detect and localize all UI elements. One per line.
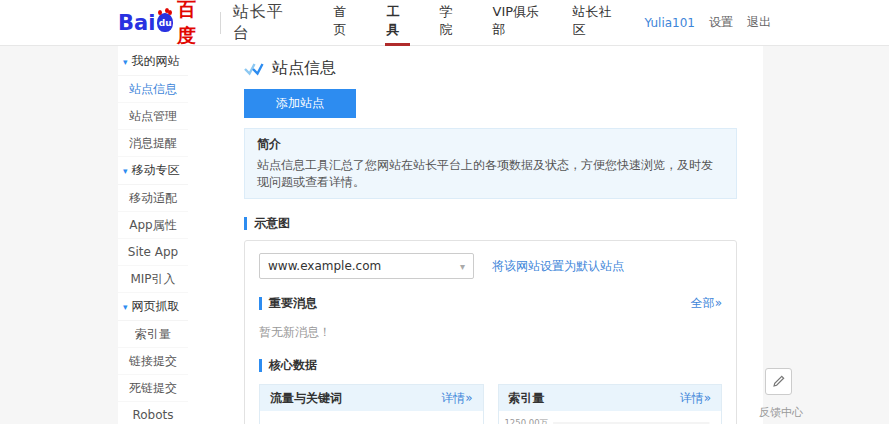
- site-select[interactable]: www.example.com ▾: [259, 253, 474, 279]
- pencil-icon: [771, 374, 786, 389]
- sidebar-item-site-manage[interactable]: 站点管理: [118, 103, 188, 130]
- sidebar-item-mip-import[interactable]: MIP引入: [118, 266, 188, 293]
- sidebar-group-label: 移动专区: [132, 162, 180, 179]
- messages-section-label: 重要消息: [269, 295, 317, 312]
- site-select-value: www.example.com: [268, 259, 381, 273]
- sidebar-item-index-volume[interactable]: 索引量: [118, 321, 188, 348]
- logo-du-text: du: [159, 18, 172, 28]
- feedback-widget[interactable]: 反馈中心: [765, 368, 803, 420]
- content: ▾ 我的网站 站点信息 站点管理 消息提醒 ▾ 移动专区 移动适配 App属性 …: [118, 46, 763, 424]
- section-marker: [259, 359, 262, 372]
- core-data-cards: 流量与关键词 详情» 点击量:2983 展现量:338232: [259, 384, 722, 424]
- site-info-icon: [244, 62, 264, 76]
- sidebar-item-site-info[interactable]: 站点信息: [118, 76, 188, 103]
- index-chart-svg: 1250.00万1000.00万750.00万: [503, 415, 718, 424]
- no-messages-text: 暂无新消息！: [259, 324, 722, 341]
- user-box: Yulia101 设置 退出: [645, 14, 771, 31]
- header-divider: [220, 12, 221, 34]
- feedback-label: 反馈中心: [759, 405, 803, 420]
- main-nav: 首页 工具 学院 VIP俱乐部 站长社区: [332, 0, 645, 46]
- sidebar-item-robots[interactable]: Robots: [118, 402, 188, 424]
- nav-tools[interactable]: 工具: [385, 0, 410, 46]
- baidu-paw-icon: du: [157, 13, 172, 32]
- traffic-card-title: 流量与关键词: [270, 390, 342, 407]
- index-card-header: 索引量 详情»: [499, 385, 722, 411]
- platform-name: 站长平台: [233, 2, 294, 44]
- sidebar-group-page-crawl[interactable]: ▾ 网页抓取: [118, 293, 188, 321]
- sidebar-group-mobile-zone[interactable]: ▾ 移动专区: [118, 157, 188, 185]
- messages-section-title: 重要消息 全部»: [259, 295, 722, 312]
- main-panel: 站点信息 添加站点 简介 站点信息工具汇总了您网站在站长平台上的各项数据及状态，…: [188, 46, 763, 424]
- core-data-section-title: 核心数据: [259, 357, 722, 374]
- sidebar-item-link-submit[interactable]: 链接提交: [118, 348, 188, 375]
- sidebar: ▾ 我的网站 站点信息 站点管理 消息提醒 ▾ 移动专区 移动适配 App属性 …: [118, 46, 188, 424]
- logout-link[interactable]: 退出: [747, 14, 771, 31]
- sidebar-group-my-sites[interactable]: ▾ 我的网站: [118, 48, 188, 76]
- top-header: Bai du 百度 站长平台 首页 工具 学院 VIP俱乐部 站长社区 Yuli…: [0, 0, 889, 46]
- nav-vip-club[interactable]: VIP俱乐部: [491, 0, 543, 46]
- nav-home[interactable]: 首页: [332, 0, 357, 46]
- triangle-down-icon: ▾: [123, 57, 128, 67]
- page-title: 站点信息: [272, 58, 336, 79]
- section-marker: [244, 217, 247, 230]
- feedback-button[interactable]: [765, 368, 792, 395]
- sidebar-item-app-attribute[interactable]: App属性: [118, 212, 188, 239]
- core-data-section-label: 核心数据: [269, 357, 317, 374]
- svg-text:1250.00万: 1250.00万: [504, 418, 548, 424]
- settings-link[interactable]: 设置: [709, 14, 733, 31]
- index-card-title: 索引量: [509, 390, 545, 407]
- nav-academy[interactable]: 学院: [438, 0, 463, 46]
- username-link[interactable]: Yulia101: [645, 16, 695, 30]
- logo-brand-text: 百度: [177, 0, 208, 49]
- index-detail-link[interactable]: 详情»: [680, 390, 711, 407]
- add-site-button[interactable]: 添加站点: [244, 89, 356, 118]
- traffic-detail-link[interactable]: 详情»: [441, 390, 472, 407]
- page-root: Bai du 百度 站长平台 首页 工具 学院 VIP俱乐部 站长社区 Yuli…: [0, 0, 889, 424]
- sidebar-item-message-remind[interactable]: 消息提醒: [118, 130, 188, 157]
- triangle-down-icon: ▾: [123, 302, 128, 312]
- site-select-row: www.example.com ▾ 将该网站设置为默认站点: [259, 253, 722, 279]
- sidebar-group-label: 我的网站: [132, 53, 180, 70]
- sidebar-item-site-app[interactable]: Site App: [118, 239, 188, 266]
- index-chart: 1250.00万1000.00万750.00万: [499, 411, 722, 424]
- page-title-row: 站点信息: [244, 58, 737, 79]
- traffic-card-header: 流量与关键词 详情»: [260, 385, 483, 411]
- logo-bai-text: Bai: [118, 11, 155, 35]
- intro-text: 站点信息工具汇总了您网站在站长平台上的各项数据及状态，方便您快速浏览，及时发现问…: [257, 157, 724, 191]
- sidebar-item-mobile-adapt[interactable]: 移动适配: [118, 185, 188, 212]
- traffic-stats: 点击量:2983 展现量:338232: [260, 411, 483, 424]
- sidebar-group-label: 网页抓取: [132, 298, 180, 315]
- baidu-logo[interactable]: Bai du 百度: [118, 0, 208, 49]
- chevron-down-icon: ▾: [460, 261, 465, 272]
- index-volume-card: 索引量 详情» 1250.00万1000.00万750.00万: [498, 384, 723, 424]
- nav-community[interactable]: 站长社区: [571, 0, 617, 46]
- triangle-down-icon: ▾: [123, 166, 128, 176]
- schematic-section-label: 示意图: [254, 215, 290, 232]
- traffic-keywords-card: 流量与关键词 详情» 点击量:2983 展现量:338232: [259, 384, 484, 424]
- schematic-panel: www.example.com ▾ 将该网站设置为默认站点 重要消息 全部» 暂…: [244, 240, 737, 424]
- schematic-section-title: 示意图: [244, 215, 737, 232]
- intro-title: 简介: [257, 136, 724, 153]
- section-marker: [259, 297, 262, 310]
- intro-box: 简介 站点信息工具汇总了您网站在站长平台上的各项数据及状态，方便您快速浏览，及时…: [244, 128, 737, 199]
- messages-all-link[interactable]: 全部»: [691, 295, 722, 312]
- set-default-site-link[interactable]: 将该网站设置为默认站点: [492, 258, 624, 275]
- sidebar-item-dead-link-submit[interactable]: 死链提交: [118, 375, 188, 402]
